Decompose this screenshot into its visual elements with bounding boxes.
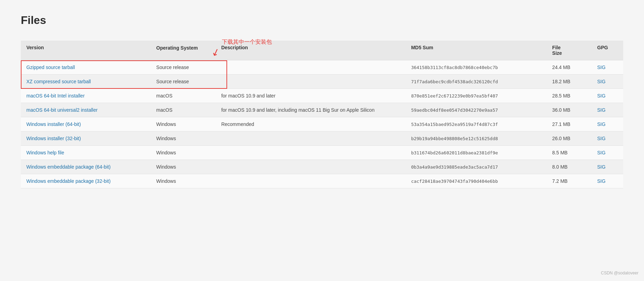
sig-link[interactable]: SIG <box>597 150 606 155</box>
file-size: 18.2 MB <box>547 75 592 89</box>
file-version-link[interactable]: Windows help file <box>26 150 64 155</box>
header-filesize: File Size <box>547 41 592 60</box>
watermark: CSDN @sodaloveer <box>601 271 638 275</box>
file-gpg[interactable]: SIG <box>592 146 623 160</box>
file-gpg[interactable]: SIG <box>592 174 623 188</box>
table-body: Gzipped source tarballSource release3641… <box>21 60 623 188</box>
file-description: Recommended <box>216 117 406 131</box>
file-md5: 59aedbc04df8ee0547d3042270e9aa57 <box>405 103 547 117</box>
file-size: 24.4 MB <box>547 60 592 75</box>
file-version-link[interactable]: Windows installer (64-bit) <box>26 121 81 127</box>
files-table-wrapper: Version Operating System Description MD5… <box>21 41 623 188</box>
table-row: XZ compressed source tarballSource relea… <box>21 75 623 89</box>
file-description <box>216 131 406 146</box>
sig-link[interactable]: SIG <box>597 65 606 70</box>
file-os: Windows <box>151 146 216 160</box>
file-size: 36.0 MB <box>547 103 592 117</box>
file-md5: 0b3a4a9ae9d319885eade3ac5aca7d17 <box>405 160 547 174</box>
file-size: 8.0 MB <box>547 160 592 174</box>
file-version-link[interactable]: Windows embeddable package (64-bit) <box>26 164 111 170</box>
table-row: Windows embeddable package (64-bit)Windo… <box>21 160 623 174</box>
files-table: Version Operating System Description MD5… <box>21 41 623 188</box>
file-description <box>216 146 406 160</box>
file-description <box>216 60 406 75</box>
file-description: for macOS 10.9 and later, including macO… <box>216 103 406 117</box>
sig-link[interactable]: SIG <box>597 121 606 127</box>
table-row: Windows installer (64-bit)WindowsRecomme… <box>21 117 623 131</box>
file-md5: 71f7ada6bec9cdbf4538adc326120cfd <box>405 75 547 89</box>
file-description <box>216 160 406 174</box>
sig-link[interactable]: SIG <box>597 136 606 141</box>
file-os: Windows <box>151 131 216 146</box>
file-gpg[interactable]: SIG <box>592 89 623 103</box>
annotation-container: 下载其中一个安装包 ↙ Version Operating System Des… <box>21 37 623 189</box>
header-gpg: GPG <box>592 41 623 60</box>
file-os: Windows <box>151 160 216 174</box>
file-gpg[interactable]: SIG <box>592 131 623 146</box>
file-size: 26.0 MB <box>547 131 592 146</box>
file-gpg[interactable]: SIG <box>592 60 623 75</box>
file-size: 28.5 MB <box>547 89 592 103</box>
file-version-link[interactable]: XZ compressed source tarball <box>26 79 91 84</box>
file-gpg[interactable]: SIG <box>592 160 623 174</box>
file-os: Source release <box>151 60 216 75</box>
file-size: 8.5 MB <box>547 146 592 160</box>
header-os: Operating System <box>151 41 216 60</box>
sig-link[interactable]: SIG <box>597 93 606 99</box>
file-os: macOS <box>151 89 216 103</box>
file-os: Windows <box>151 117 216 131</box>
file-md5: 870e851eef2c6712239e0b97ea5bf407 <box>405 89 547 103</box>
table-row: macOS 64-bit universal2 installermacOSfo… <box>21 103 623 117</box>
table-row: Windows embeddable package (32-bit)Windo… <box>21 174 623 188</box>
table-row: Windows help fileWindowsb311674bd26a6020… <box>21 146 623 160</box>
file-version-link[interactable]: macOS 64-bit universal2 installer <box>26 107 97 113</box>
table-row: Gzipped source tarballSource release3641… <box>21 60 623 75</box>
file-os: Source release <box>151 75 216 89</box>
file-md5: 364158b3113cf8ac8db7868ce40ebc7b <box>405 60 547 75</box>
header-description: Description <box>216 41 406 60</box>
file-gpg[interactable]: SIG <box>592 117 623 131</box>
file-md5: 53a354a15baed952ea9519a7f4d87c3f <box>405 117 547 131</box>
table-row: Windows installer (32-bit)Windowsb29b19a… <box>21 131 623 146</box>
sig-link[interactable]: SIG <box>597 79 606 84</box>
file-os: Windows <box>151 174 216 188</box>
header-md5: MD5 Sum <box>405 41 547 60</box>
file-gpg[interactable]: SIG <box>592 75 623 89</box>
file-md5: cacf28418ae39704743fa790d404e6bb <box>405 174 547 188</box>
file-size: 27.1 MB <box>547 117 592 131</box>
file-version-link[interactable]: Gzipped source tarball <box>26 65 75 70</box>
file-gpg[interactable]: SIG <box>592 103 623 117</box>
file-version-link[interactable]: Windows installer (32-bit) <box>26 136 81 141</box>
file-description <box>216 174 406 188</box>
header-version: Version <box>21 41 151 60</box>
table-header-row: Version Operating System Description MD5… <box>21 41 623 60</box>
file-description <box>216 75 406 89</box>
file-size: 7.2 MB <box>547 174 592 188</box>
sig-link[interactable]: SIG <box>597 178 606 184</box>
page-title: Files <box>21 14 623 27</box>
file-version-link[interactable]: macOS 64-bit Intel installer <box>26 93 85 99</box>
sig-link[interactable]: SIG <box>597 164 606 170</box>
file-md5: b29b19a94bbe498808e5e12c51625dd8 <box>405 131 547 146</box>
file-md5: b311674bd26a602011d8baea2381df9e <box>405 146 547 160</box>
file-description: for macOS 10.9 and later <box>216 89 406 103</box>
sig-link[interactable]: SIG <box>597 107 606 113</box>
file-os: macOS <box>151 103 216 117</box>
table-row: macOS 64-bit Intel installermacOSfor mac… <box>21 89 623 103</box>
file-version-link[interactable]: Windows embeddable package (32-bit) <box>26 178 111 184</box>
